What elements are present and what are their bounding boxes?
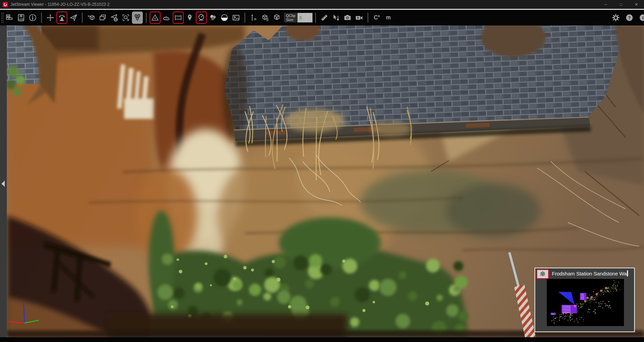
video-camera-icon: [355, 13, 363, 22]
person-orbit-icon: [57, 13, 66, 22]
toolbar-button-import-project[interactable]: [4, 12, 15, 24]
overlap-circles-icon: [208, 13, 217, 22]
3d-cube-button[interactable]: [537, 269, 549, 279]
toolbar-button-viewports[interactable]: [97, 12, 108, 24]
toolbar-button-project-info[interactable]: [27, 12, 38, 24]
toolbar-button-elevation[interactable]: [248, 12, 259, 24]
toolbar-button-view-cube[interactable]: [86, 12, 97, 24]
file-cloud-icon: [5, 13, 14, 22]
minimap-panel: Frodsham Station Sandstone Wa: [535, 268, 635, 332]
toolbar-button-blend-mode[interactable]: [207, 12, 218, 24]
toolbar-button-pan[interactable]: [45, 12, 56, 24]
toolbar-separator: [41, 13, 42, 23]
toolbar-separator: [82, 13, 83, 23]
toolbar-button-fly-to[interactable]: [109, 12, 120, 24]
toolbar-button-marker-group[interactable]: [132, 12, 143, 24]
qclip-size-control: QClipSize:: [284, 13, 312, 22]
info-filled-icon: i: [639, 13, 644, 22]
zoom-select-icon: [121, 13, 130, 22]
collapse-panel-arrow[interactable]: [1, 181, 5, 187]
toolbar-button-panorama[interactable]: [173, 12, 184, 24]
qclip-cube-icon: [272, 13, 281, 22]
triangle-dot-icon: [151, 13, 159, 22]
minimap-title: Frodsham Station Sandstone Wa: [552, 271, 627, 276]
toolbar-button-lgs-file[interactable]: LGS: [16, 12, 27, 24]
toolbar-button-point-cloud[interactable]: [161, 12, 172, 24]
svg-text:LGS: LGS: [19, 18, 24, 20]
toolbar-button-orbit-person[interactable]: [56, 12, 67, 24]
half-circle-icon: [220, 13, 229, 22]
pan-arrows-icon: [46, 13, 55, 22]
plane-globe-icon: [110, 13, 119, 22]
qclip-size-input[interactable]: [298, 13, 312, 22]
maximize-button[interactable]: □: [613, 0, 629, 9]
svg-text:?: ?: [628, 15, 631, 20]
ruler-icon: [320, 13, 329, 22]
toolbar-separator: [244, 13, 245, 23]
toolbar-button-celsius-unit[interactable]: C°: [374, 10, 380, 25]
jetstream-viewer-window: JetStream Viewer - 11954-JO-LO-ZZ-VS-B-2…: [0, 0, 644, 342]
minimap-header: Frodsham Station Sandstone Wa: [535, 268, 634, 278]
3d-cube-icon: [539, 270, 546, 278]
toolbar-button-qclip[interactable]: [271, 12, 282, 24]
side-strip: [0, 25, 7, 337]
window-title: JetStream Viewer - 11954-JO-LO-ZZ-VS-B-2…: [11, 2, 109, 7]
titlebar: JetStream Viewer - 11954-JO-LO-ZZ-VS-B-2…: [0, 0, 644, 9]
toolbar-button-measure[interactable]: [319, 12, 330, 24]
toolbar-button-waypoint[interactable]: [184, 12, 195, 24]
toolbar-button-fly[interactable]: [68, 12, 79, 24]
toolbar-button-truslicer[interactable]: [150, 12, 160, 24]
main-toolbar: LGS QClipSize: C°m ?i: [0, 10, 644, 25]
toolbar-grip[interactable]: [1, 12, 4, 23]
toolbar-button-clip[interactable]: [260, 12, 271, 24]
marker-group-icon: [133, 13, 142, 22]
toolbar-button-imagery[interactable]: [231, 12, 241, 24]
close-button[interactable]: ✕: [629, 0, 644, 9]
minimap-title-caret: [627, 270, 628, 276]
svg-text:i: i: [642, 15, 644, 20]
help-circle-icon: ?: [625, 13, 634, 22]
toolbar-button-gauge-view[interactable]: [196, 12, 207, 24]
paper-plane-icon: [69, 13, 78, 22]
overlap-windows-icon: [98, 13, 107, 22]
lgs-file-icon: LGS: [17, 13, 26, 22]
app-logo-icon: [3, 2, 8, 7]
map-pin-icon: [185, 13, 194, 22]
qclip-size-label: QClipSize:: [284, 13, 298, 22]
info-circle-icon: [28, 13, 37, 22]
cube-arrow-icon: [87, 13, 96, 22]
clip-cube-icon: [261, 13, 270, 22]
minimap-view[interactable]: [547, 279, 624, 326]
toolbar-button-help[interactable]: ?: [624, 12, 635, 24]
minimize-button[interactable]: ─: [598, 0, 613, 9]
viewport-3d[interactable]: Frodsham Station Sandstone Wa: [0, 25, 644, 337]
toolbar-button-temp-probe[interactable]: [331, 12, 341, 24]
bottom-bar: [0, 337, 644, 342]
toolbar-button-about[interactable]: i: [638, 12, 644, 24]
image-icon: [232, 13, 240, 22]
toolbar-button-contrast[interactable]: [219, 12, 230, 24]
toolbar-separator: [146, 13, 147, 23]
toolbar-button-snapshot[interactable]: [342, 12, 353, 24]
toolbar-button-settings[interactable]: [610, 12, 621, 24]
toolbar-button-meters-unit[interactable]: m: [386, 10, 390, 25]
toolbar-button-zoom-select[interactable]: [120, 12, 131, 24]
gauge-eye-icon: [197, 13, 206, 22]
gear-icon: [611, 13, 620, 22]
toolbar-separator: [368, 13, 368, 23]
cursor-thermometer-icon: [332, 13, 340, 22]
panorama-icon: [174, 13, 183, 22]
toolbar-separator: [315, 13, 316, 23]
window-controls: ─ □ ✕: [598, 0, 644, 9]
toolbar-button-record-video[interactable]: [354, 12, 365, 24]
elevation-arrow-icon: [249, 13, 258, 22]
cloud-dots-icon: [162, 13, 171, 22]
camera-icon: [343, 13, 352, 22]
